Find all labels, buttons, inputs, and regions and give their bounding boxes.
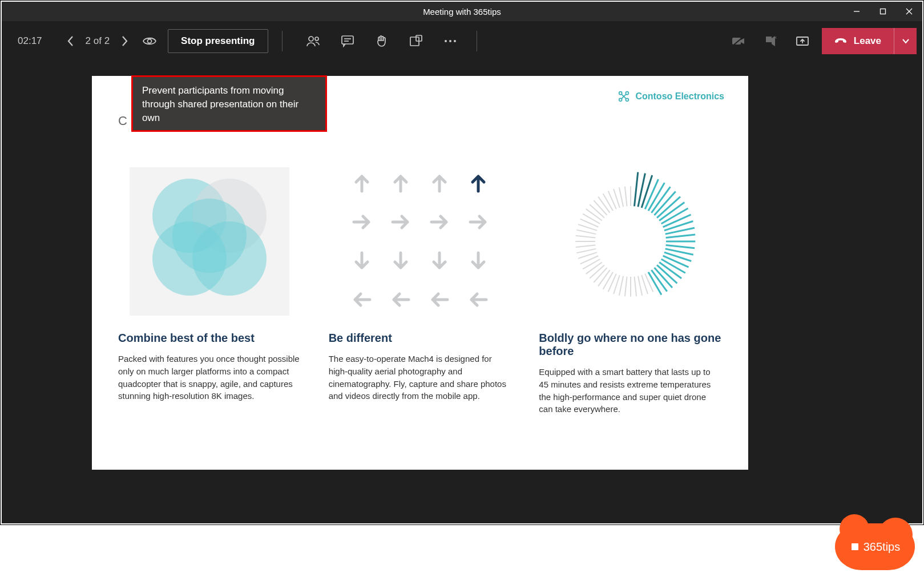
watermark-label: 365tips — [864, 540, 901, 554]
svg-line-64 — [590, 265, 604, 278]
hangup-icon — [834, 37, 847, 45]
svg-line-69 — [576, 249, 596, 253]
breakout-rooms-icon[interactable] — [404, 29, 429, 54]
arrow-down-icon — [385, 245, 417, 277]
raise-hand-icon[interactable] — [369, 29, 394, 54]
window-title: Meeting with 365tips — [423, 7, 501, 17]
arrow-right-icon — [462, 206, 494, 238]
svg-line-55 — [634, 277, 636, 297]
svg-line-42 — [665, 245, 694, 248]
svg-line-66 — [583, 259, 600, 269]
svg-line-63 — [594, 268, 607, 283]
meeting-timer: 02:17 — [18, 35, 42, 47]
svg-line-62 — [598, 270, 610, 286]
svg-rect-17 — [766, 37, 772, 42]
slide-title-obscured: C — [118, 114, 127, 128]
private-view-tooltip: Prevent participants from moving through… — [131, 75, 327, 132]
next-slide-button[interactable] — [112, 29, 137, 54]
col2-body: The easy-to-operate Mach4 is designed fo… — [329, 353, 512, 402]
svg-point-13 — [449, 40, 451, 42]
svg-rect-1 — [881, 9, 886, 14]
maximize-button[interactable] — [870, 2, 896, 21]
arrow-left-icon — [346, 284, 378, 316]
col2-heading: Be different — [329, 332, 512, 345]
private-view-toggle[interactable] — [137, 29, 162, 54]
svg-rect-15 — [732, 38, 741, 45]
teams-meeting-window: Meeting with 365tips 02:17 2 of 2 — [2, 2, 922, 523]
arrow-down-icon — [462, 245, 494, 277]
meeting-toolbar: 02:17 2 of 2 Stop presenting — [2, 21, 922, 61]
svg-line-78 — [590, 204, 604, 217]
svg-point-6 — [315, 37, 318, 41]
svg-line-40 — [665, 235, 695, 237]
svg-point-12 — [445, 40, 447, 42]
column-2: Be different The easy-to-operate Mach4 i… — [329, 167, 512, 415]
arrow-up-icon — [346, 167, 378, 199]
prev-slide-button[interactable] — [58, 29, 83, 54]
close-button[interactable] — [896, 2, 922, 21]
svg-point-5 — [309, 37, 313, 41]
participants-icon[interactable] — [301, 29, 326, 54]
chat-icon[interactable] — [335, 29, 360, 54]
leave-label: Leave — [854, 35, 881, 47]
svg-line-79 — [594, 200, 607, 215]
365tips-watermark: 365tips — [835, 523, 915, 570]
svg-line-61 — [603, 272, 612, 289]
tooltip-text: Prevent participants from moving through… — [142, 85, 298, 123]
arrow-grid-graphic — [329, 167, 512, 316]
leave-button[interactable]: Leave — [822, 28, 894, 54]
radial-burst-graphic — [539, 167, 722, 316]
toolbar-separator — [282, 31, 283, 51]
col3-body: Equipped with a smart battery that lasts… — [539, 366, 722, 415]
more-actions-icon[interactable] — [438, 29, 463, 54]
arrow-down-icon — [423, 245, 455, 277]
title-bar: Meeting with 365tips — [2, 2, 922, 21]
svg-line-73 — [576, 230, 596, 234]
svg-line-84 — [619, 187, 623, 207]
svg-line-57 — [625, 277, 627, 297]
office-icon — [850, 542, 860, 552]
svg-line-54 — [638, 276, 642, 296]
svg-line-76 — [583, 214, 600, 224]
stop-presenting-button[interactable]: Stop presenting — [168, 29, 268, 53]
svg-line-77 — [586, 209, 602, 220]
arrow-left-icon — [385, 284, 417, 316]
minimize-button[interactable] — [844, 2, 870, 21]
arrow-right-icon — [385, 206, 417, 238]
arrow-right-icon — [346, 206, 378, 238]
svg-rect-7 — [342, 36, 353, 44]
slide-columns: Combine best of the best Packed with fea… — [118, 167, 722, 415]
svg-rect-86 — [852, 543, 858, 550]
column-1: Combine best of the best Packed with fea… — [118, 167, 301, 415]
svg-line-65 — [586, 262, 602, 273]
arrow-left-icon — [423, 284, 455, 316]
svg-point-4 — [148, 39, 152, 43]
company-brand: Contoso Electronics — [618, 91, 724, 102]
arrow-up-icon — [423, 167, 455, 199]
col1-heading: Combine best of the best — [118, 332, 301, 345]
svg-line-80 — [598, 197, 610, 213]
share-screen-icon[interactable] — [790, 29, 815, 54]
svg-line-81 — [603, 193, 612, 211]
slide-counter: 2 of 2 — [86, 35, 110, 47]
window-controls — [844, 2, 922, 21]
venn-graphic — [118, 167, 301, 316]
col1-body: Packed with features you once thought po… — [118, 353, 301, 402]
mic-muted-icon[interactable]: × — [758, 29, 783, 54]
svg-line-85 — [625, 187, 627, 207]
leave-button-group: Leave — [822, 28, 917, 54]
arrow-left-icon — [462, 284, 494, 316]
svg-line-70 — [575, 245, 595, 247]
drone-icon — [618, 91, 630, 102]
toolbar-separator — [477, 31, 477, 51]
arrow-up-icon — [385, 167, 417, 199]
svg-line-72 — [575, 236, 595, 238]
arrow-up-icon — [462, 167, 494, 199]
camera-off-icon[interactable] — [726, 29, 751, 54]
leave-dropdown[interactable] — [894, 28, 917, 54]
svg-line-58 — [619, 276, 623, 296]
presented-slide: Contoso Electronics C — [92, 76, 748, 470]
column-3: Boldly go where no one has gone before E… — [539, 167, 722, 415]
arrow-down-icon — [346, 245, 378, 277]
arrow-right-icon — [423, 206, 455, 238]
